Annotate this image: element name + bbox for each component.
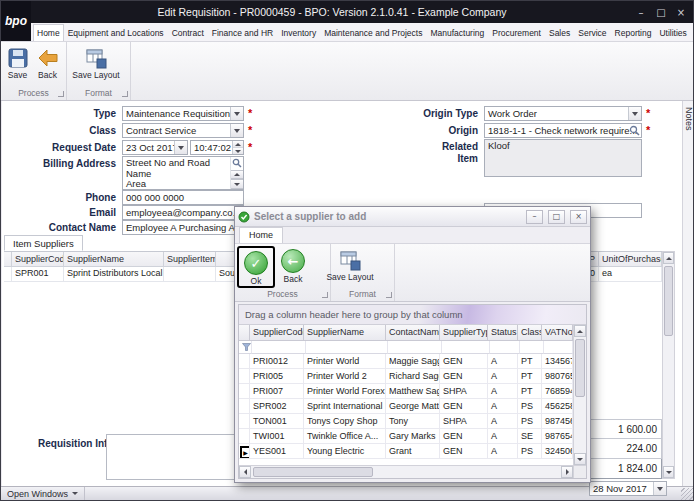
tab-sales[interactable]: Sales — [545, 24, 574, 41]
supplier-row[interactable]: PRI0012 Printer World Maggie Saggie GEN … — [239, 354, 573, 369]
tab-finance-and-hr[interactable]: Finance and HR — [208, 24, 277, 41]
request-time-input[interactable]: 10:47:02 AM — [190, 140, 244, 155]
phone-input[interactable]: 000 000 0000 — [122, 190, 244, 205]
dialog-tab-home[interactable]: Home — [239, 227, 283, 243]
close-button[interactable]: × — [671, 3, 691, 21]
back-button[interactable]: Back — [33, 44, 62, 87]
request-date-dropdown-icon[interactable] — [174, 141, 187, 154]
main-scrollbar-vertical[interactable] — [662, 251, 675, 479]
supplier-row[interactable]: PRI005 Printer World 2 Richard Sage GEN … — [239, 369, 573, 384]
date-field[interactable]: 28 Nov 2017 — [589, 481, 667, 496]
dialog-back-button[interactable]: ← Back — [276, 246, 310, 288]
supplier-row-selected[interactable]: ▶ YES001 Young Electric Grant GEN A PS 3… — [239, 444, 573, 459]
billing-address-input[interactable]: Street No and Road Name Area City — [122, 156, 244, 190]
column-header-supplieritemcode[interactable]: SupplierItemCode — [164, 252, 216, 267]
column-header-contactname[interactable]: ContactName — [386, 325, 440, 341]
class-dropdown-icon[interactable] — [230, 124, 243, 137]
origin-type-dropdown-icon[interactable] — [628, 107, 641, 120]
request-date-input[interactable]: 23 Oct 2017 — [122, 140, 188, 155]
filter-cell[interactable] — [490, 341, 520, 354]
process-launcher-icon[interactable] — [58, 91, 64, 97]
supplier-row[interactable]: PRI007 Printer World Forex Matthew Sage … — [239, 384, 573, 399]
tab-maintenance-and-projects[interactable]: Maintenance and Projects — [320, 24, 426, 41]
origin-search-icon[interactable] — [629, 125, 640, 138]
save-button[interactable]: Save — [3, 44, 32, 87]
main-scroll-thumb[interactable] — [664, 266, 673, 336]
spinner-down-icon[interactable] — [233, 147, 243, 154]
column-header-suppliercode[interactable]: SupplierCode▲ — [12, 252, 64, 267]
dialog-scrollbar-horizontal[interactable] — [239, 465, 573, 478]
dialog-save-layout-button[interactable]: Save Layout — [333, 246, 367, 288]
format-launcher-icon[interactable] — [122, 91, 128, 97]
main-scroll-up-icon[interactable] — [663, 252, 674, 264]
contact-name-input[interactable]: Employee A Purchasing Address — [122, 220, 244, 235]
filter-cell[interactable] — [544, 341, 573, 354]
tab-inventory[interactable]: Inventory — [277, 24, 320, 41]
origin-input[interactable]: 1818-1-1 - Check network require... — [484, 123, 642, 138]
related-item-box[interactable]: Kloof — [484, 139, 642, 177]
billing-scroll-up[interactable] — [231, 170, 243, 180]
origin-type-select[interactable]: Work Order — [484, 106, 642, 121]
supplier-row[interactable]: TON001 Tonys Copy Shop Tony SHPA A PS 98… — [239, 414, 573, 429]
dialog-close-button[interactable]: × — [570, 210, 587, 224]
type-select[interactable]: Maintenance Requisition — [122, 106, 244, 121]
tab-procurement[interactable]: Procurement — [488, 24, 545, 41]
tab-item-suppliers[interactable]: Item Suppliers — [4, 235, 83, 251]
time-spinner[interactable] — [232, 141, 243, 154]
billing-search-icon[interactable] — [231, 157, 243, 170]
group-by-panel[interactable]: Drag a column header here to group by th… — [239, 305, 586, 325]
dialog-maximize-button[interactable]: □ — [548, 210, 565, 224]
requisition-info-box[interactable] — [106, 434, 236, 480]
column-header-status[interactable]: Status — [488, 325, 518, 341]
billing-scroll-down[interactable] — [231, 179, 243, 189]
open-windows-button[interactable]: Open Windows — [1, 487, 85, 500]
filter-cell[interactable] — [520, 341, 544, 354]
supplier-row[interactable]: SPR002 Sprint International George Matt.… — [239, 399, 573, 414]
column-header-suppliername[interactable]: SupplierName — [304, 325, 386, 341]
column-header-vatno[interactable]: VATNo — [542, 325, 573, 341]
dialog-scroll-left-icon[interactable] — [239, 466, 251, 478]
type-dropdown-icon[interactable] — [230, 107, 243, 120]
dialog-hscroll-track[interactable] — [251, 466, 561, 478]
tab-equipment-and-locations[interactable]: Equipment and Locations — [64, 24, 168, 41]
filter-cell[interactable] — [306, 341, 388, 354]
dialog-vscroll-track[interactable] — [574, 337, 586, 453]
dialog-scroll-right-icon[interactable] — [561, 466, 573, 478]
dialog-scrollbar-vertical[interactable] — [573, 325, 586, 465]
filter-row[interactable] — [239, 341, 573, 354]
column-header-suppliername[interactable]: SupplierName — [64, 252, 164, 267]
tab-manufacturing[interactable]: Manufacturing — [426, 24, 488, 41]
maximize-button[interactable]: □ — [651, 3, 671, 21]
dialog-hscroll-thumb[interactable] — [253, 467, 373, 477]
filter-cell[interactable] — [442, 341, 490, 354]
resize-grip[interactable] — [681, 488, 693, 500]
filter-cell[interactable] — [388, 341, 442, 354]
dialog-vscroll-thumb[interactable] — [575, 339, 585, 397]
tab-contract[interactable]: Contract — [168, 24, 208, 41]
ok-button[interactable]: ✓ Ok — [239, 248, 273, 286]
tab-utilities[interactable]: Utilities — [655, 24, 690, 41]
column-header-suppliertype[interactable]: SupplierType — [440, 325, 488, 341]
tab-service[interactable]: Service — [574, 24, 610, 41]
dialog-process-launcher-icon[interactable] — [322, 292, 328, 298]
date-dropdown-icon[interactable] — [653, 482, 666, 495]
tab-home[interactable]: Home — [33, 24, 64, 41]
dialog-scroll-down-icon[interactable] — [574, 453, 586, 465]
save-layout-button[interactable]: Save Layout — [69, 44, 123, 87]
class-select[interactable]: Contract Service — [122, 123, 244, 138]
bpo-logo[interactable]: bpo — [1, 1, 31, 41]
supplier-row[interactable]: TWI001 Twinkle Office A... Gary Marks GE… — [239, 429, 573, 444]
email-input[interactable]: employeea@company.co.za — [122, 205, 244, 220]
column-header-unitofpurchase[interactable]: UnitOfPurchase — [599, 252, 662, 267]
column-header-suppliercode[interactable]: SupplierCode — [250, 325, 304, 341]
main-scroll-down-icon[interactable] — [663, 466, 674, 478]
filter-cell[interactable] — [252, 341, 306, 354]
dialog-scroll-up-icon[interactable] — [574, 325, 586, 337]
column-header-class[interactable]: Class — [518, 325, 542, 341]
dialog-format-launcher-icon[interactable] — [386, 292, 392, 298]
main-scroll-track[interactable] — [663, 264, 674, 466]
ribbon-collapse-icon[interactable] — [691, 25, 693, 41]
notes-panel-tab[interactable]: Notes — [682, 101, 694, 488]
dialog-minimize-button[interactable]: – — [526, 210, 543, 224]
minimize-button[interactable]: – — [631, 3, 651, 21]
